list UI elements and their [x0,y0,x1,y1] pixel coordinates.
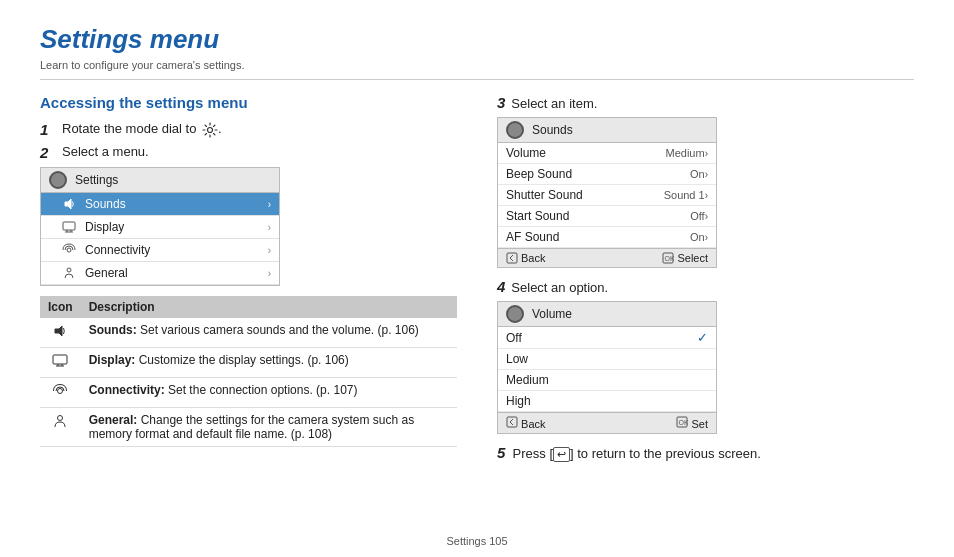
sounds-ui-header: Sounds [498,118,716,143]
step-3: 3 Select an item. Sounds Volume Medium› … [497,94,914,268]
desc-display: Display: Customize the display settings.… [81,348,457,378]
sounds-label-start: Start Sound [506,209,569,223]
menu-item-sounds[interactable]: Sounds › [41,193,279,216]
check-off: ✓ [697,330,708,345]
page-title: Settings menu [40,24,914,55]
svg-text:OK: OK [665,255,675,262]
step-2-text: Select a menu. [62,144,149,159]
volume-row-high[interactable]: High [498,391,716,412]
sounds-row-shutter[interactable]: Shutter Sound Sound 1› [498,185,716,206]
step-5-num: 5 [497,444,505,461]
table-row: Connectivity: Set the connection options… [40,378,457,408]
sounds-ui-cam-icon [506,121,524,139]
sounds-label-volume: Volume [506,146,546,160]
svg-text:OK: OK [679,419,689,426]
volume-row-low[interactable]: Low [498,349,716,370]
col-icon: Icon [40,296,81,318]
svg-point-0 [208,127,213,132]
display-arrow: › [268,222,271,233]
table-header-row: Icon Description [40,296,457,318]
desc-sounds: Sounds: Set various camera sounds and th… [81,318,457,348]
step-2: 2 Select a menu. [40,144,457,161]
volume-label-low: Low [506,352,528,366]
step-2-num: 2 [40,144,58,161]
sounds-row-beep[interactable]: Beep Sound On› [498,164,716,185]
volume-label-high: High [506,394,531,408]
step-3-heading: 3 Select an item. [497,94,914,111]
sounds-arrow: › [268,199,271,210]
sounds-val-af: On› [690,231,708,243]
menu-label-display: Display [85,220,260,234]
sounds-label-af: AF Sound [506,230,559,244]
step-4-text: Select an option. [511,280,608,295]
camera-settings-ui: Settings Sounds › Display › [40,167,280,286]
svg-rect-2 [63,222,75,230]
step-5: 5 Press [↩] to return to the previous sc… [497,444,914,462]
icon-general-cell [40,408,81,447]
sounds-row-af[interactable]: AF Sound On› [498,227,716,248]
right-column: 3 Select an item. Sounds Volume Medium› … [497,94,914,462]
icon-table: Icon Description Sounds: Set various cam… [40,296,457,447]
menu-item-display[interactable]: Display › [41,216,279,239]
col-description: Description [81,296,457,318]
volume-label-off: Off [506,331,522,345]
sounds-val-volume: Medium› [666,147,708,159]
volume-back-button[interactable]: Back [506,416,546,430]
back-label: Back [521,252,545,264]
select-label: Select [677,252,708,264]
step-4: 4 Select an option. Volume Off ✓ Low [497,278,914,434]
step-3-num: 3 [497,94,505,111]
sounds-footer: Back OK Select [498,248,716,267]
svg-marker-1 [65,199,71,209]
svg-marker-8 [55,326,62,336]
menu-label-general: General [85,266,260,280]
volume-ui-cam-icon [506,305,524,323]
svg-point-14 [58,416,63,421]
set-button[interactable]: OK Set [676,416,708,430]
page-container: Settings menu Learn to configure your ca… [0,0,954,557]
menu-item-general[interactable]: General › [41,262,279,285]
volume-ui-header-label: Volume [532,307,572,321]
svg-point-7 [67,268,71,272]
volume-label-medium: Medium [506,373,549,387]
back-button[interactable]: Back [506,252,545,264]
select-button[interactable]: OK Select [662,252,708,264]
general-icon [61,266,77,280]
step-1-num: 1 [40,121,58,138]
left-column: Accessing the settings menu 1 Rotate the… [40,94,457,462]
volume-row-medium[interactable]: Medium [498,370,716,391]
sounds-val-start: Off› [690,210,708,222]
display-icon [61,220,77,234]
volume-footer: Back OK Set [498,412,716,433]
icon-connectivity-cell [40,378,81,408]
sounds-ui-header-label: Sounds [532,123,573,137]
step-4-heading: 4 Select an option. [497,278,914,295]
icon-sound-cell [40,318,81,348]
svg-point-13 [58,389,63,394]
settings-cam-icon [49,171,67,189]
volume-ui-header: Volume [498,302,716,327]
menu-item-connectivity[interactable]: Connectivity › [41,239,279,262]
volume-row-off[interactable]: Off ✓ [498,327,716,349]
sounds-label-shutter: Shutter Sound [506,188,583,202]
camera-ui-header: Settings [41,168,279,193]
desc-connectivity: Connectivity: Set the connection options… [81,378,457,408]
page-footer: Settings 105 [0,535,954,547]
step-4-num: 4 [497,278,505,295]
volume-ui: Volume Off ✓ Low Medium High [497,301,717,434]
set-label: Set [691,418,708,430]
icon-display-cell [40,348,81,378]
connectivity-icon [61,243,77,257]
svg-rect-9 [53,355,67,364]
sound-icon [61,197,77,211]
return-icon: ↩ [553,447,570,462]
sounds-ui: Sounds Volume Medium› Beep Sound On› Shu… [497,117,717,268]
gear-icon [202,122,218,138]
camera-ui-header-label: Settings [75,173,118,187]
sounds-row-volume[interactable]: Volume Medium› [498,143,716,164]
desc-general: General: Change the settings for the cam… [81,408,457,447]
table-row: General: Change the settings for the cam… [40,408,457,447]
step-1-text: Rotate the mode dial to . [62,121,222,138]
svg-point-6 [67,248,71,252]
sounds-row-start[interactable]: Start Sound Off› [498,206,716,227]
